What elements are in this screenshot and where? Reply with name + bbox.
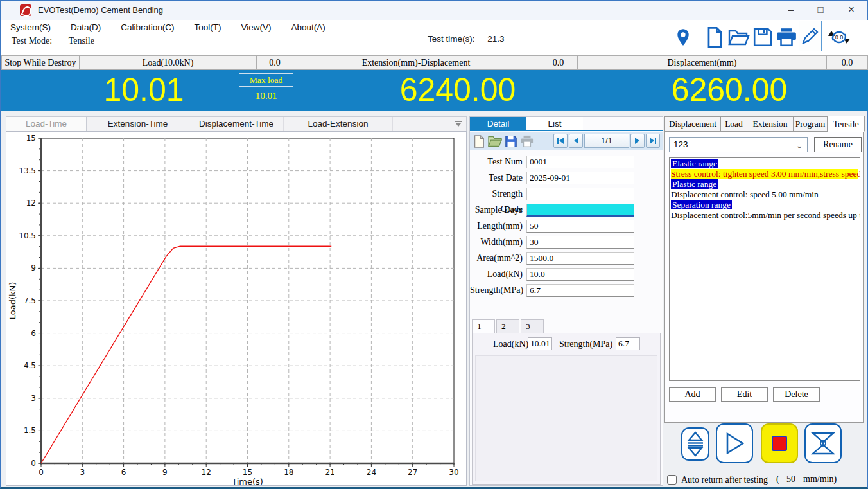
svg-text:0: 0	[31, 459, 36, 468]
result-strength-value[interactable]	[616, 337, 640, 350]
print-record-icon[interactable]	[520, 135, 534, 148]
edit-button-program[interactable]: Edit	[721, 387, 768, 402]
svg-text:15: 15	[26, 134, 36, 143]
return-crosshead-button[interactable]	[804, 423, 842, 463]
menu-system[interactable]: System(S)	[10, 22, 51, 32]
svg-text:Load(kN): Load(kN)	[8, 282, 17, 320]
list-item[interactable]: Displacement control: speed 5.00 mm/min	[671, 190, 858, 200]
menu-about[interactable]: About(A)	[291, 22, 326, 32]
result-tab-1[interactable]: 1	[472, 319, 495, 333]
tab-load-time[interactable]: Load-Time	[6, 117, 87, 132]
displacement-readout: 6260.00	[625, 70, 833, 111]
svg-text:13.5: 13.5	[19, 166, 36, 175]
list-item[interactable]: Stress control: tighten speed 3.00 mm/mi…	[671, 169, 858, 179]
sample-days-field[interactable]	[526, 204, 634, 217]
svg-text:9: 9	[162, 468, 168, 477]
width-field[interactable]	[526, 236, 634, 249]
print-icon[interactable]	[774, 24, 799, 51]
prev-page-button[interactable]	[569, 134, 583, 148]
app-window: EVOTest(Demo) Cement Bending – □ × Syste…	[0, 0, 868, 489]
first-page-button[interactable]	[553, 134, 568, 148]
result-load-value[interactable]	[528, 337, 552, 350]
load-readout: 10.01	[40, 70, 248, 111]
tab-list[interactable]: List	[526, 117, 583, 130]
speed-unit: mm/min)	[803, 474, 837, 485]
menu-tool[interactable]: Tool(T)	[195, 22, 221, 32]
list-item[interactable]: Displacement control:5mm/min per second …	[671, 210, 858, 220]
add-button[interactable]: Add	[669, 387, 716, 402]
test-num-field[interactable]	[526, 156, 634, 168]
program-step-list[interactable]: Elastic range Stress control: tighten sp…	[669, 157, 860, 381]
tab-displacement[interactable]: Displacement	[664, 116, 721, 132]
open-file-icon[interactable]	[727, 24, 751, 51]
result-tab-3[interactable]: 3	[521, 319, 544, 333]
svg-text:3: 3	[31, 394, 36, 403]
close-button[interactable]: ×	[837, 1, 866, 20]
save-record-icon[interactable]	[504, 135, 518, 148]
zero-reset-icon[interactable]: 0.0	[826, 24, 853, 51]
result-tab-2[interactable]: 2	[496, 319, 519, 333]
start-test-button[interactable]	[716, 423, 753, 463]
tab-displacement-time[interactable]: Displacement-Time	[189, 117, 284, 132]
extension-small-value: 0.0	[539, 55, 578, 70]
rename-button[interactable]: Rename	[814, 137, 862, 152]
toolbar-divider	[824, 23, 824, 50]
tab-extension-time[interactable]: Extension-Time	[87, 117, 189, 132]
delete-button[interactable]: Delete	[773, 387, 820, 402]
field-label: Load(kN)	[470, 267, 523, 282]
tab-detail[interactable]: Detail	[470, 117, 526, 130]
area-field[interactable]	[526, 252, 634, 265]
list-item: Plastic range	[671, 179, 858, 190]
test-date-field[interactable]	[526, 172, 634, 184]
return-limit-icon	[811, 432, 835, 455]
svg-text:0: 0	[39, 468, 44, 477]
tab-load[interactable]: Load	[721, 116, 747, 132]
last-page-button[interactable]	[646, 134, 660, 148]
new-record-icon[interactable]	[472, 135, 486, 148]
auto-return-checkbox[interactable]	[667, 475, 677, 485]
result-tab-strip: 1 2 3	[472, 319, 545, 333]
svg-text:12: 12	[26, 199, 36, 208]
load-field[interactable]	[526, 268, 634, 281]
field-label: Area(mm^2)	[470, 251, 523, 266]
load-time-chart: 03691215182124273001.534.567.5910.51213.…	[6, 131, 467, 486]
play-icon	[725, 432, 744, 454]
open-record-icon[interactable]	[488, 135, 502, 148]
field-label: Strength(MPa)	[470, 283, 523, 298]
new-file-icon[interactable]	[704, 24, 725, 51]
pencil-icon	[801, 26, 820, 46]
svg-text:9: 9	[31, 263, 36, 272]
menu-data[interactable]: Data(D)	[71, 22, 101, 32]
control-tab-strip: Displacement Load Extension Program Tens…	[664, 116, 865, 132]
position-pin-icon[interactable]	[674, 24, 692, 51]
scheme-select[interactable]: 123 ⌄	[669, 137, 808, 152]
tab-load-extension[interactable]: Load-Extension	[284, 117, 393, 132]
tab-program[interactable]: Program	[794, 116, 828, 132]
next-page-button[interactable]	[630, 134, 645, 148]
result-strength-label: Strength(MPa)	[559, 337, 612, 351]
tab-extension[interactable]: Extension	[747, 116, 794, 132]
title-bar: EVOTest(Demo) Cement Bending – □ ×	[1, 1, 867, 20]
length-field[interactable]	[526, 220, 634, 233]
speed-open-paren: (	[776, 474, 779, 485]
svg-text:7.5: 7.5	[24, 296, 36, 305]
test-time: Test time(s): 21.3	[428, 34, 505, 44]
strength-grade-field[interactable]	[526, 188, 634, 200]
tab-tensile-test[interactable]: Tensile Test	[828, 116, 865, 132]
menu-view[interactable]: View(V)	[241, 22, 272, 32]
menu-calibration[interactable]: Calibration(C)	[121, 22, 174, 32]
strength-field[interactable]	[526, 284, 634, 297]
svg-text:27: 27	[408, 468, 417, 477]
edit-button[interactable]	[799, 21, 822, 51]
svg-text:15: 15	[243, 468, 252, 477]
minimize-button[interactable]: –	[776, 1, 806, 20]
jog-crosshead-button[interactable]	[681, 427, 709, 461]
maximize-button[interactable]: □	[806, 1, 835, 20]
chart-tab-dropdown-icon[interactable]	[455, 121, 462, 127]
speed-value[interactable]: 50	[786, 474, 795, 485]
chevron-down-icon: ⌄	[795, 138, 803, 152]
save-file-icon[interactable]	[751, 24, 774, 51]
auto-return-label: Auto return after testing	[681, 474, 768, 485]
extension-channel-cell: Extension(mm)-Displacement	[293, 55, 539, 70]
stop-test-button[interactable]	[761, 423, 798, 463]
